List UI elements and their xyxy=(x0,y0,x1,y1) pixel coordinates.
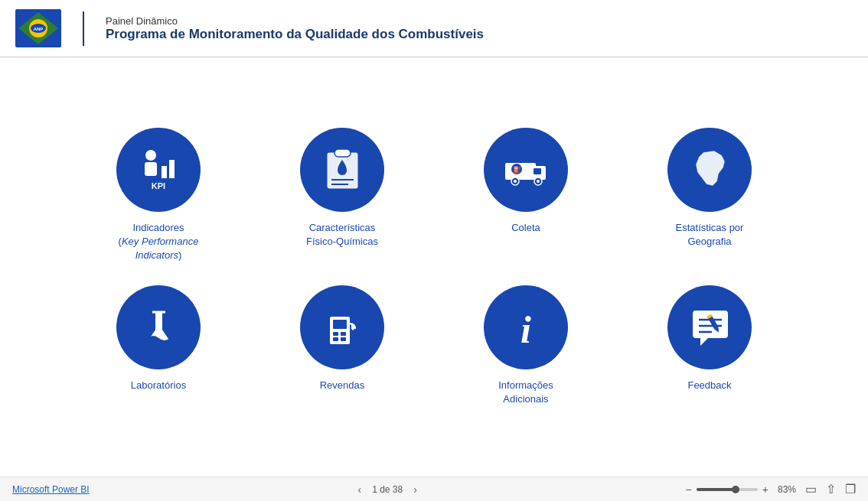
clipboard-icon xyxy=(318,145,367,194)
feedback-icon xyxy=(685,303,735,353)
fullscreen-icon[interactable]: ❐ xyxy=(845,482,856,496)
kpi-label: Indicadores(Key PerformanceIndicators) xyxy=(119,221,199,263)
revendas-circle xyxy=(300,285,384,369)
header-subtitle: Painel Dinâmico xyxy=(106,15,484,27)
nav-item-laboratorios[interactable]: Laboratórios xyxy=(90,285,227,406)
svg-rect-8 xyxy=(169,160,175,178)
coleta-label: Coleta xyxy=(511,221,540,235)
lab-icon xyxy=(134,303,184,353)
kpi-icon: KPI xyxy=(134,145,184,194)
svg-text:KPI: KPI xyxy=(151,181,165,190)
informacoes-label: InformaçõesAdicionais xyxy=(498,379,553,406)
svg-rect-28 xyxy=(341,332,346,336)
bottom-bar: Microsoft Power BI ‹ 1 de 38 › − + 83% ▭… xyxy=(0,477,868,501)
estatisticas-circle xyxy=(667,128,752,212)
nav-item-feedback[interactable]: Feedback xyxy=(641,285,778,406)
svg-point-23 xyxy=(537,180,540,183)
feedback-label: Feedback xyxy=(687,379,731,392)
coleta-circle: ⛽ xyxy=(484,128,568,212)
zoom-slider-fill xyxy=(697,488,733,491)
zoom-out-button[interactable]: − xyxy=(686,484,692,495)
zoom-control: − + xyxy=(686,484,768,495)
laboratorios-label: Laboratórios xyxy=(131,379,186,392)
map-icon xyxy=(685,145,735,194)
main-content: KPI Indicadores(Key PerformanceIndicator… xyxy=(0,57,868,477)
svg-rect-26 xyxy=(333,320,347,329)
zoom-percent: 83% xyxy=(778,484,796,495)
svg-rect-12 xyxy=(334,149,351,157)
estatisticas-label: Estatísticas porGeografia xyxy=(676,221,744,249)
svg-rect-29 xyxy=(333,337,338,341)
svg-rect-6 xyxy=(145,162,157,176)
feedback-circle xyxy=(667,285,752,369)
page-next-button[interactable]: › xyxy=(410,483,420,496)
header-title: Programa de Monitoramento da Qualidade d… xyxy=(106,27,484,42)
header: ANP Painel Dinâmico Programa de Monitora… xyxy=(0,0,868,57)
header-divider xyxy=(83,11,84,46)
nav-item-estatisticas[interactable]: Estatísticas porGeografia xyxy=(641,128,778,263)
svg-rect-7 xyxy=(162,166,167,178)
pump-icon xyxy=(318,303,367,353)
nav-grid: KPI Indicadores(Key PerformanceIndicator… xyxy=(90,128,778,407)
svg-rect-27 xyxy=(333,332,338,336)
anp-logo: ANP xyxy=(15,9,61,47)
svg-rect-30 xyxy=(341,337,346,341)
page-navigation: ‹ 1 de 38 › xyxy=(354,483,419,496)
svg-point-21 xyxy=(514,180,517,183)
page-prev-button[interactable]: ‹ xyxy=(354,483,364,496)
svg-text:⛽: ⛽ xyxy=(512,165,521,174)
nav-item-coleta[interactable]: ⛽ Coleta xyxy=(457,128,595,263)
fit-screen-icon[interactable]: ▭ xyxy=(805,482,817,496)
share-icon[interactable]: ⇧ xyxy=(826,482,836,496)
nav-item-revendas[interactable]: Revendas xyxy=(273,285,411,406)
revendas-label: Revendas xyxy=(320,379,365,392)
truck-icon: ⛽ xyxy=(501,145,551,194)
nav-item-kpi[interactable]: KPI Indicadores(Key PerformanceIndicator… xyxy=(90,128,227,263)
page-indicator: 1 de 38 xyxy=(372,484,403,495)
bottom-right-controls: − + 83% ▭ ⇧ ❐ xyxy=(686,482,856,496)
zoom-slider-track[interactable] xyxy=(697,488,758,491)
informacoes-circle: i xyxy=(484,285,568,369)
svg-text:i: i xyxy=(520,308,531,351)
svg-text:ANP: ANP xyxy=(34,27,44,31)
header-text: Painel Dinâmico Programa de Monitorament… xyxy=(106,15,484,42)
fisico-quimico-label: CaracterísticasFísico-Químicas xyxy=(306,221,378,249)
info-icon: i xyxy=(501,303,551,353)
kpi-circle: KPI xyxy=(116,128,201,212)
powerbi-link[interactable]: Microsoft Power BI xyxy=(12,484,90,495)
nav-item-informacoes[interactable]: i InformaçõesAdicionais xyxy=(457,285,595,406)
laboratorios-circle xyxy=(116,285,201,369)
svg-rect-17 xyxy=(534,168,541,174)
fisico-quimico-circle xyxy=(300,128,384,212)
nav-item-fisico-quimico[interactable]: CaracterísticasFísico-Químicas xyxy=(273,128,411,263)
zoom-in-button[interactable]: + xyxy=(762,484,768,495)
svg-point-5 xyxy=(145,150,156,161)
zoom-slider-thumb[interactable] xyxy=(732,486,739,493)
logo-container: ANP Painel Dinâmico Programa de Monitora… xyxy=(15,9,484,47)
